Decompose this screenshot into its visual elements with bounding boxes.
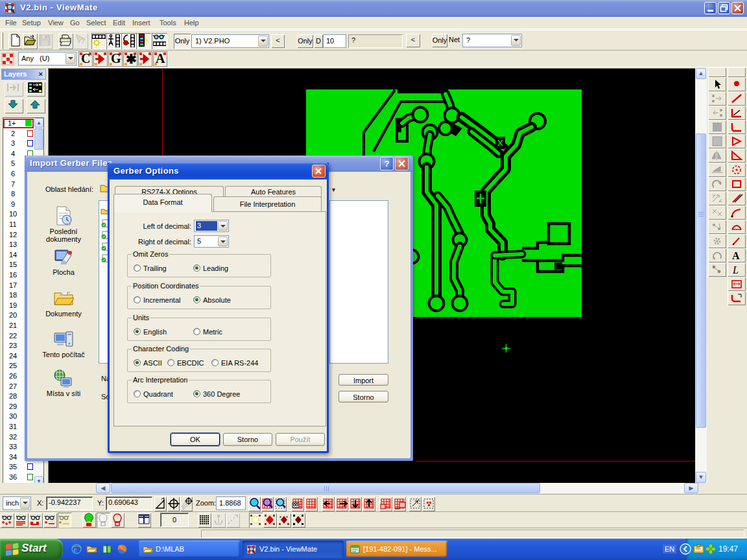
- svg-text:A: A: [732, 250, 740, 261]
- svg-text:?: ?: [80, 36, 86, 45]
- svg-text:s: s: [286, 515, 288, 519]
- svg-text:s: s: [279, 515, 281, 519]
- svg-text:L: L: [732, 264, 739, 275]
